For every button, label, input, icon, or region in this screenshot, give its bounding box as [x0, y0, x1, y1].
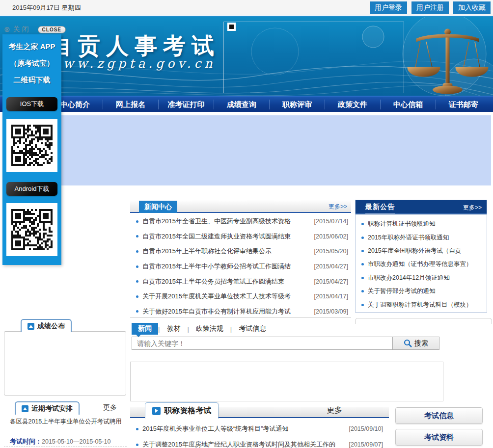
- nav-item[interactable]: 政策文件: [325, 100, 380, 109]
- content-placeholder-box: [130, 362, 443, 401]
- bullet-icon: [136, 220, 138, 223]
- announcement-item[interactable]: 市职改办通知（证书办理等信息事宜）: [356, 258, 487, 271]
- title-exam-item[interactable]: 2015年度机关事业单位工人等级“统考科目”考试通知 [2015/09/10]: [130, 421, 389, 437]
- header-banner: 自贡人事考试 www.zgpta.gov.cn: [0, 17, 493, 96]
- recent-exams-box: 各区县2015上半年事业单位公开考试聘用 考试时间：2015-05-10—201…: [4, 414, 127, 447]
- exam-info-button[interactable]: 考试信息: [395, 407, 483, 424]
- search-tabs: 新闻 | 教材 | 政策法规 | 考试信息: [132, 323, 273, 335]
- recent-exams-more-link[interactable]: 更多: [103, 403, 117, 412]
- chart-icon: [27, 323, 34, 330]
- nav-item[interactable]: 中心信箱: [380, 100, 436, 109]
- announcements-title: 最新公告: [365, 203, 395, 213]
- bullet-icon: [136, 265, 138, 268]
- announcement-item[interactable]: 关于暂停部分考试的通知: [356, 285, 487, 298]
- nav-item[interactable]: 证书邮寄: [436, 100, 491, 109]
- news-list: 自贡市2015年全省卫生、中医药专业副高级技术资格 [2015/07/14] 自…: [130, 213, 351, 319]
- announcement-item[interactable]: 2015年职称外语证书领取通知: [356, 231, 487, 244]
- popup-text-line: 二维码下载: [2, 76, 61, 85]
- exam-materials-button[interactable]: 考试资料: [395, 429, 483, 446]
- android-qr-code: [6, 203, 57, 256]
- news-center-section: 新闻中心 更多>> 自贡市2015年全省卫生、中医药专业副高级技术资格 [201…: [130, 200, 351, 318]
- arrow-right-icon: [152, 407, 161, 415]
- announcement-item[interactable]: 职称计算机证书领取通知: [356, 217, 487, 231]
- search-button[interactable]: 搜索: [393, 337, 439, 350]
- content-banner-panel: [61, 115, 491, 185]
- popup-text-line: 考生之家 APP: [2, 42, 61, 52]
- scales-of-justice-image: [402, 18, 493, 96]
- ios-qr-code: [6, 119, 57, 172]
- site-url: www.zgpta.gov.cn: [49, 56, 216, 71]
- bullet-icon: [136, 310, 138, 313]
- news-item[interactable]: 关于开展2015年度机关事业单位技术工人技术等级考 [2015/04/17]: [130, 289, 351, 304]
- popup-close-row: ⊗ 关闭 CLOSE: [4, 25, 66, 34]
- nav-item[interactable]: 职称评审: [269, 100, 325, 109]
- news-item[interactable]: 自贡市2015年全国二级建造师执业资格考试圆满结束 [2015/06/02]: [130, 229, 351, 244]
- bullet-icon: [361, 223, 364, 225]
- news-header: 新闻中心 更多>>: [130, 200, 351, 213]
- search-input[interactable]: [132, 337, 393, 350]
- ios-download-button[interactable]: IOS下载: [6, 97, 57, 111]
- search-bar: 搜索: [132, 337, 439, 350]
- recent-exam-time: 考试时间：2015-05-10—2015-05-10: [10, 437, 110, 446]
- bullet-icon: [361, 277, 364, 279]
- top-bar: 2015年09月17日 星期四 用户登录用户注册加入收藏: [0, 0, 493, 15]
- bullet-icon: [136, 250, 138, 253]
- android-download-button[interactable]: Android下载: [6, 182, 57, 196]
- user-actions: 用户登录用户注册加入收藏: [370, 1, 491, 14]
- current-date: 2015年09月17日 星期四: [12, 0, 81, 15]
- chart-icon: [22, 405, 28, 412]
- nav-item[interactable]: 网上报名: [103, 100, 158, 109]
- nav-item[interactable]: 成绩查询: [214, 100, 269, 109]
- recent-exam-item[interactable]: 各区县2015上半年事业单位公开考试聘用: [10, 418, 122, 426]
- topbar-button[interactable]: 用户登录: [370, 1, 407, 14]
- bullet-icon: [136, 280, 138, 283]
- news-item[interactable]: 自贡市2015年上半年中小学教师公招考试工作圆满结 [2015/04/27]: [130, 259, 351, 274]
- page: 2015年09月17日 星期四 用户登录用户注册加入收藏 自贡人事考试 www.…: [0, 0, 493, 448]
- right-column-box-edge: [355, 318, 492, 324]
- app-download-popup: 考生之家 APP （原考试宝） 二维码下载 IOS下载 Android下载: [2, 34, 61, 265]
- bullet-icon: [361, 250, 364, 252]
- nav-items: 中心简介网上报名准考证打印成绩查询职称评审政策文件中心信箱证书邮寄: [0, 97, 493, 112]
- recent-exams-tab[interactable]: 近期考试安排: [15, 401, 80, 415]
- announcement-item[interactable]: 2015年度全国职称外语考试（自贡: [356, 244, 487, 258]
- title-exams-more-link[interactable]: 更多: [327, 405, 342, 416]
- bullet-icon: [136, 428, 138, 430]
- title-exams-section: 职称资格考试 更多 2015年度机关事业单位工人等级“统考科目”考试通知 [20…: [130, 402, 389, 448]
- bullet-icon: [136, 295, 138, 298]
- announcements-section: 最新公告 更多>> 职称计算机证书领取通知 2015年职称外语证书领取通知 20…: [355, 200, 487, 313]
- nav-item[interactable]: 准考证打印: [158, 100, 214, 109]
- news-item[interactable]: 自贡市2015年全省卫生、中医药专业副高级技术资格 [2015/07/14]: [130, 214, 351, 229]
- main-navigation: 中心简介网上报名准考证打印成绩查询职称评审政策文件中心信箱证书邮寄: [0, 96, 493, 112]
- popup-close-button[interactable]: CLOSE: [38, 26, 66, 33]
- news-item[interactable]: 自贡市2015年上半年公务员招考笔试工作圆满结束 [2015/04/27]: [130, 274, 351, 289]
- scores-tab[interactable]: 成绩公布: [21, 319, 72, 332]
- topbar-button[interactable]: 用户注册: [411, 1, 449, 14]
- search-tab-textbook[interactable]: 教材: [160, 324, 187, 333]
- bullet-icon: [361, 290, 364, 292]
- title-exam-item[interactable]: 关于调整2015年度房地产经纪人职业资格考试时间及其他相关工作的 [2015/0…: [130, 437, 389, 448]
- news-item[interactable]: 关于做好2015年自贡市非公有制计算机应用能力考试 [2015/03/09]: [130, 304, 351, 319]
- popup-close-label[interactable]: 关闭: [13, 25, 31, 34]
- announcements-header: 最新公告 更多>>: [356, 200, 487, 214]
- news-tab[interactable]: 新闻中心: [139, 201, 177, 213]
- announcement-item[interactable]: 市职改办2014年12月领证通知: [356, 271, 487, 285]
- popup-text-line: （原考试宝）: [2, 59, 61, 68]
- announcements-more-link[interactable]: 更多>>: [463, 204, 482, 212]
- bullet-icon: [136, 444, 138, 446]
- exam-time-value: 2015-05-10—2015-05-10: [42, 438, 110, 445]
- news-more-link[interactable]: 更多>>: [329, 203, 347, 211]
- flash-placeholder-icon: [227, 23, 236, 31]
- announcements-list: 职称计算机证书领取通知 2015年职称外语证书领取通知 2015年度全国职称外语…: [356, 214, 487, 313]
- search-tab-news[interactable]: 新闻: [132, 323, 158, 335]
- announcement-item[interactable]: 市职改办领证通知（2014年8月）: [356, 312, 487, 313]
- news-item[interactable]: 自贡市2015年上半年职称社会化评审结果公示 [2015/05/20]: [130, 244, 351, 259]
- search-tab-policy[interactable]: 政策法规: [189, 324, 230, 333]
- search-tab-examinfo[interactable]: 考试信息: [232, 324, 273, 333]
- bullet-icon: [136, 235, 138, 237]
- exam-time-label: 考试时间：: [10, 438, 42, 445]
- topbar-button[interactable]: 加入收藏: [453, 1, 491, 14]
- close-circle-icon[interactable]: ⊗: [4, 25, 10, 34]
- bullet-icon: [361, 304, 364, 306]
- announcement-item[interactable]: 关于调整职称计算机考试科目（模块）: [356, 298, 487, 311]
- title-exams-tab[interactable]: 职称资格考试: [145, 402, 219, 419]
